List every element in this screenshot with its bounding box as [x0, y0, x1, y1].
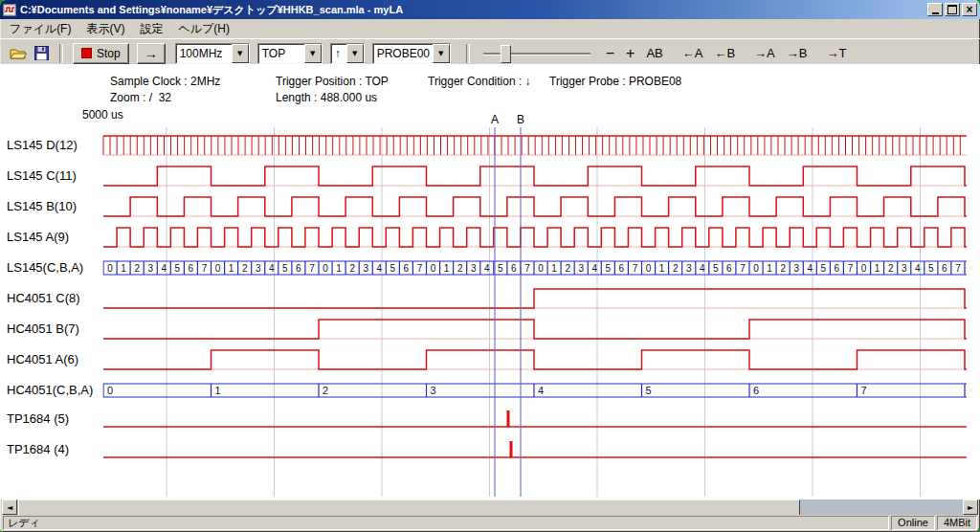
trigger-probe-value: PROBE00 [373, 47, 433, 60]
close-icon: × [966, 4, 972, 15]
stop-button-label: Stop [97, 47, 121, 60]
menu-help[interactable]: ヘルプ(H) [170, 19, 237, 39]
window-title: C:¥Documents and Settings¥noname¥デスクトップ¥… [20, 3, 925, 17]
scroll-right-button[interactable]: ► [963, 499, 978, 515]
goto-trigger-button[interactable]: →T [822, 44, 850, 62]
minimize-button[interactable] [927, 3, 943, 16]
menu-view[interactable]: 表示(V) [78, 19, 132, 39]
goto-marker-b-button[interactable]: ←B [710, 44, 739, 62]
status-message: レディ [3, 516, 889, 530]
goto-marker-a-button[interactable]: ←A [679, 44, 707, 62]
maximize-icon [947, 5, 957, 14]
scroll-right-icon: ► [968, 503, 973, 512]
sample-clock-value: 100MHz [176, 47, 232, 60]
memory-status-badge: 4MBit [937, 516, 977, 530]
waveform-area[interactable] [0, 64, 980, 499]
toolbar-separator [59, 44, 63, 63]
title-bar: C:¥Documents and Settings¥noname¥デスクトップ¥… [0, 0, 980, 19]
open-file-button[interactable] [6, 43, 30, 64]
chevron-down-icon[interactable]: ▼ [304, 44, 322, 63]
menu-file[interactable]: ファイル(F) [2, 19, 78, 39]
toolbar: Stop → 100MHz ▼ TOP ▼ ↑ ▼ PROBE00 ▼ − + … [0, 38, 980, 67]
menu-settings[interactable]: 設定 [132, 19, 170, 39]
set-marker-b-button[interactable]: →B [783, 44, 812, 62]
close-button[interactable]: × [962, 3, 977, 16]
chevron-down-icon[interactable]: ▼ [433, 44, 450, 63]
stop-button[interactable]: Stop [73, 43, 129, 64]
zoom-in-button[interactable]: + [622, 43, 638, 64]
zoom-slider-handle[interactable] [501, 45, 511, 63]
stop-icon [81, 48, 92, 58]
online-status-badge: Online [891, 516, 935, 530]
app-window: C:¥Documents and Settings¥noname¥デスクトップ¥… [0, 0, 980, 532]
zoom-out-button[interactable]: − [602, 43, 618, 64]
zoom-slider-track [483, 53, 590, 55]
set-marker-a-button[interactable]: →A [750, 44, 779, 62]
run-button[interactable]: → [137, 43, 166, 64]
trigger-position-value: TOP [258, 47, 304, 60]
menu-bar: ファイル(F) 表示(V) 設定 ヘルプ(H) [0, 19, 980, 38]
chevron-down-icon[interactable]: ▼ [346, 44, 364, 63]
toolbar-separator [466, 44, 470, 63]
save-button[interactable] [30, 43, 54, 64]
maximize-button[interactable] [945, 3, 960, 16]
status-bar: レディ Online 4MBit [2, 515, 978, 530]
scroll-left-icon: ◄ [7, 503, 12, 512]
trigger-position-select[interactable]: TOP ▼ [257, 43, 323, 64]
scroll-left-button[interactable]: ◄ [2, 499, 17, 515]
open-folder-icon [10, 47, 27, 60]
ab-range-button[interactable]: AB [642, 44, 666, 62]
app-icon [3, 4, 16, 16]
trigger-edge-value: ↑ [331, 47, 346, 60]
minimize-icon [932, 12, 939, 14]
floppy-disk-icon [34, 46, 49, 60]
trigger-probe-select[interactable]: PROBE00 ▼ [372, 43, 451, 64]
horizontal-scrollbar[interactable]: ◄ ► [2, 499, 978, 515]
chevron-down-icon[interactable]: ▼ [232, 44, 249, 63]
trigger-edge-select[interactable]: ↑ ▼ [330, 43, 365, 64]
zoom-slider[interactable] [483, 44, 590, 63]
sample-clock-select[interactable]: 100MHz ▼ [175, 43, 250, 64]
